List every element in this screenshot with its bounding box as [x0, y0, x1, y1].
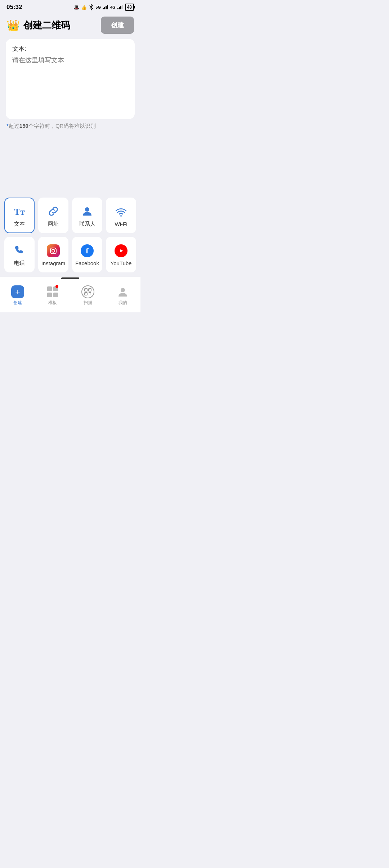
svg-point-12: [120, 215, 122, 217]
svg-rect-3: [104, 7, 105, 9]
mine-icon: [116, 285, 129, 298]
nav-scan[interactable]: 扫描: [70, 284, 106, 306]
create-button[interactable]: 创建: [101, 17, 134, 34]
warning-number: 150: [19, 123, 28, 129]
qr-type-url[interactable]: 网址: [38, 198, 68, 233]
svg-marker-16: [120, 249, 123, 252]
signal-icon: [103, 5, 108, 9]
qr-type-phone[interactable]: 电话: [4, 237, 35, 272]
crown-icon: 👑: [6, 19, 20, 32]
svg-rect-7: [119, 7, 120, 9]
svg-point-30: [121, 288, 125, 292]
svg-point-14: [52, 249, 55, 252]
phone-type-icon: [13, 244, 26, 257]
qr-type-text[interactable]: Tт 文本: [4, 198, 35, 233]
home-bar: [61, 277, 79, 279]
qr-type-phone-label: 电话: [14, 260, 25, 267]
person-type-icon: [81, 205, 94, 218]
text-input-card: 文本:: [6, 39, 135, 119]
svg-point-15: [55, 248, 55, 249]
4g-icon: 4G: [110, 5, 116, 9]
nav-mine-label: 我的: [119, 300, 127, 306]
qr-type-url-label: 网址: [48, 221, 59, 227]
qr-type-youtube[interactable]: YouTube: [106, 237, 136, 272]
qr-type-contact-label: 联系人: [79, 221, 95, 227]
svg-rect-4: [106, 6, 107, 9]
qr-type-wifi[interactable]: Wi-Fi: [106, 198, 136, 233]
qr-type-text-label: 文本: [14, 221, 25, 227]
text-label: 文本:: [12, 45, 128, 53]
status-bar: 05:32 🎩 👍 5G 4G 43: [0, 0, 140, 13]
status-time: 05:32: [6, 4, 22, 11]
nav-template-label: 模板: [48, 300, 57, 306]
svg-rect-8: [120, 6, 121, 9]
svg-rect-17: [47, 286, 52, 291]
bluetooth-icon: [89, 4, 94, 10]
text-type-icon: Tт: [13, 205, 26, 218]
svg-rect-25: [89, 290, 90, 290]
emoji-icon-2: 👍: [81, 5, 87, 10]
template-icon: [46, 285, 59, 298]
text-input[interactable]: [12, 56, 128, 113]
nav-create[interactable]: ＋ 创建: [0, 284, 35, 306]
nav-mine[interactable]: 我的: [106, 284, 141, 306]
link-type-icon: [47, 205, 60, 218]
wifi-type-icon: [115, 205, 128, 218]
bottom-nav: ＋ 创建 模板: [0, 281, 140, 312]
qr-type-instagram[interactable]: Instagram: [38, 237, 68, 272]
svg-point-11: [85, 207, 89, 212]
signal2-icon: [117, 5, 123, 9]
nav-create-label: 创建: [13, 300, 22, 306]
battery-icon: 43: [125, 4, 134, 11]
svg-rect-24: [85, 290, 86, 290]
qr-type-grid: Tт 文本 网址 联系人 Wi-Fi 电话: [0, 198, 140, 277]
youtube-type-icon: [115, 244, 128, 257]
qr-type-youtube-label: YouTube: [111, 260, 132, 266]
svg-rect-20: [53, 293, 58, 297]
svg-text:Tт: Tт: [14, 207, 25, 217]
emoji-icon-1: 🎩: [73, 5, 79, 10]
instagram-type-icon: [47, 244, 60, 257]
qr-type-instagram-label: Instagram: [41, 260, 66, 266]
svg-rect-5: [107, 5, 108, 9]
svg-rect-9: [122, 5, 123, 9]
nav-scan-label: 扫描: [84, 300, 92, 306]
header-left: 👑 创建二维码: [6, 19, 70, 32]
svg-rect-2: [103, 8, 104, 9]
svg-rect-19: [47, 293, 52, 297]
svg-rect-6: [117, 8, 119, 9]
qr-type-wifi-label: Wi-Fi: [115, 221, 128, 227]
qr-type-contact[interactable]: 联系人: [72, 198, 102, 233]
svg-rect-26: [85, 294, 86, 294]
page-title: 创建二维码: [23, 19, 70, 32]
scan-icon: [81, 285, 94, 298]
qr-type-facebook[interactable]: f Facebook: [72, 237, 102, 272]
5g-icon: 5G: [95, 5, 101, 9]
qr-type-facebook-label: Facebook: [75, 260, 99, 266]
nav-template[interactable]: 模板: [35, 284, 71, 306]
plus-icon: ＋: [11, 285, 24, 298]
warning-star: *: [6, 123, 9, 129]
status-icons: 🎩 👍 5G 4G 43: [73, 4, 134, 11]
warning-text: *超过150个字符时，QR码将难以识别: [0, 119, 140, 133]
header: 👑 创建二维码 创建: [0, 13, 140, 39]
facebook-type-icon: f: [81, 244, 94, 257]
home-indicator: [0, 277, 140, 281]
